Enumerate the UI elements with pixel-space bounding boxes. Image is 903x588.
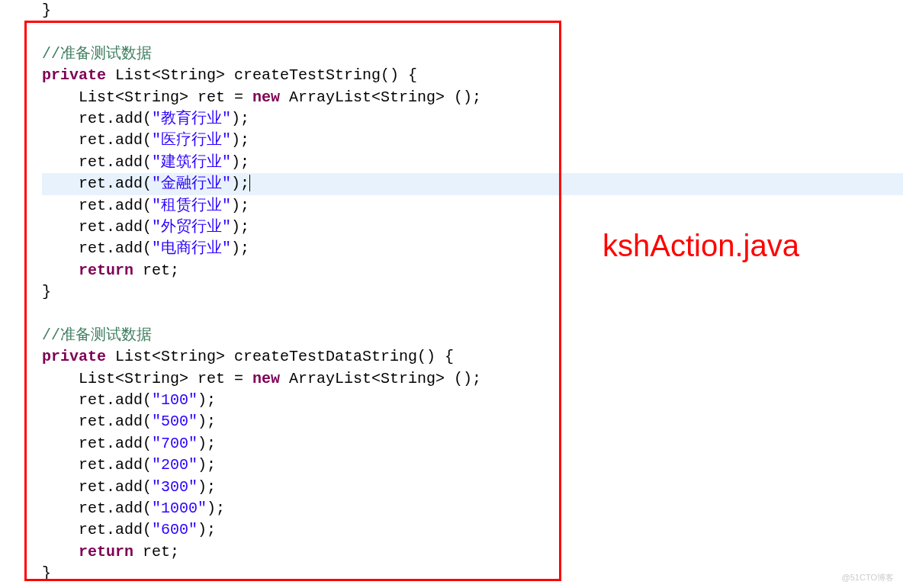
highlight-box xyxy=(24,21,561,581)
filename-label: kshAction.java xyxy=(603,229,799,263)
watermark: @51CTO博客 xyxy=(842,572,894,583)
code-line: } xyxy=(42,0,903,21)
